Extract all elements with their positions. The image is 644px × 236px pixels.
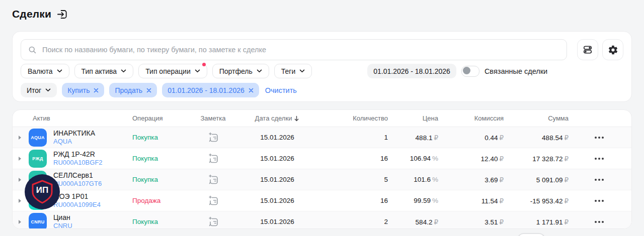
asset-name: ИНАРКТИКА [53, 129, 95, 138]
filter-operation-type[interactable]: Тип операции [138, 64, 207, 78]
display-options-button[interactable] [577, 39, 598, 60]
asset-ticker-link[interactable]: RU000A1099E4 [53, 201, 101, 209]
filters-panel: Валюта Тип актива Тип операции Портфел [12, 31, 632, 102]
add-note-button[interactable] [207, 216, 219, 228]
caret-right-icon [19, 178, 21, 182]
column-header-asset: Актив [29, 114, 121, 122]
table-row[interactable]: AQUA ИНАРКТИКА AQUA Покупка [13, 127, 631, 148]
clear-filters-link[interactable]: Очистить [265, 86, 297, 94]
asset-ticker-link[interactable]: RU000A107GT6 [53, 180, 102, 188]
row-menu-button[interactable] [592, 134, 607, 142]
price-unit: % [432, 176, 438, 183]
filter-tags[interactable]: Теги [274, 64, 312, 78]
expand-row-button[interactable] [18, 220, 29, 224]
deal-date: 15.01.2026 [237, 134, 317, 141]
operation-cell: Покупка [121, 134, 189, 141]
search-row [21, 39, 623, 60]
asset-cell: CNRU Циан CNRU [29, 213, 121, 229]
asset-text: Циан CNRU [53, 213, 72, 229]
deal-date: 15.01.2026 [237, 176, 317, 183]
add-note-button[interactable] [207, 195, 219, 207]
arrow-into-box-icon [56, 9, 68, 20]
filter-portfolio[interactable]: Портфель [212, 64, 269, 78]
price-cell: 106.94% [388, 155, 438, 162]
asset-name: Циан [53, 213, 72, 222]
remove-chip-icon[interactable] [94, 88, 99, 93]
price-value: 488.1 [416, 134, 433, 142]
expand-row-button[interactable] [18, 178, 29, 182]
total-value: 488.54 [542, 134, 562, 142]
chevron-down-icon [121, 69, 126, 73]
chip-label: Купить [67, 86, 90, 94]
asset-ticker-link[interactable]: AQUA [53, 138, 95, 146]
active-filter-badge [202, 63, 206, 66]
search-icon [28, 45, 37, 54]
asset-ticker-link[interactable]: RU000A10BGF2 [53, 159, 103, 167]
search-input[interactable] [41, 45, 560, 54]
note-cell [189, 132, 237, 144]
open-deals-button[interactable] [56, 9, 68, 20]
quantity-value: 1 [317, 134, 388, 141]
filter-asset-type[interactable]: Тип актива [74, 64, 134, 78]
table-row[interactable]: МОЭ 1Р01 RU000A1099E4 Продажа [13, 190, 631, 211]
operation-cell: Продажа [121, 197, 189, 204]
quantity-value: 5 [317, 176, 388, 183]
table-row[interactable]: CNRU Циан CNRU Покупка [13, 211, 631, 229]
linked-deals-toggle[interactable] [461, 66, 479, 77]
ip-shield-watermark: ИП [25, 174, 60, 209]
asset-text: РЖД 1Р-42R RU000A10BGF2 [53, 150, 103, 167]
quantity-value: 16 [317, 155, 388, 162]
column-header-date[interactable]: Дата сделки [237, 114, 317, 122]
asset-ticker-link[interactable]: CNRU [53, 222, 72, 229]
total-cell: 17 328.72₽ [504, 155, 572, 163]
deal-date: 15.01.2026 [237, 197, 317, 204]
chip-sell: Продать [109, 83, 157, 97]
add-note-icon [207, 216, 219, 228]
caret-right-icon [19, 136, 21, 140]
column-header-total: Сумма [504, 114, 572, 122]
actions-cell [572, 134, 626, 142]
price-unit: % [432, 197, 438, 204]
add-note-button[interactable] [207, 153, 219, 165]
row-menu-button[interactable] [592, 176, 607, 184]
expand-row-button[interactable] [18, 136, 29, 140]
asset-name: СЕЛЛСерв1 [53, 171, 102, 180]
remove-chip-icon[interactable] [249, 88, 254, 93]
column-header-quantity: Количество [317, 114, 388, 122]
chip-label: 01.01.2026 - 18.01.2026 [168, 86, 245, 94]
date-range-filter[interactable]: 01.01.2026 - 18.01.2026 [367, 64, 456, 78]
bottom-cutoff-button[interactable] [517, 233, 545, 236]
expand-row-button[interactable] [18, 157, 29, 161]
filter-label: Теги [281, 67, 295, 75]
page-title: Сделки [12, 8, 51, 20]
summary-label: Итог [27, 86, 41, 94]
add-note-button[interactable] [207, 132, 219, 144]
column-header-price: Цена [388, 114, 438, 122]
remove-chip-icon[interactable] [146, 88, 151, 93]
summary-dropdown[interactable]: Итог [21, 83, 57, 97]
add-note-button[interactable] [207, 174, 219, 186]
commission-unit: ₽ [499, 134, 504, 142]
chevron-down-icon [257, 69, 262, 73]
total-unit: ₽ [564, 218, 569, 226]
table-body: AQUA ИНАРКТИКА AQUA Покупка [13, 127, 631, 229]
price-value: 101.6 [414, 176, 431, 183]
commission-cell: 12.40₽ [438, 155, 504, 163]
table-row[interactable]: СЕЛЛСерв1 RU000A107GT6 Покупка [13, 169, 631, 190]
commission-unit: ₽ [499, 155, 504, 163]
commission-value: 3.69 [485, 176, 498, 184]
total-unit: ₽ [564, 197, 569, 205]
total-unit: ₽ [564, 134, 569, 142]
row-menu-button[interactable] [592, 197, 607, 205]
settings-button[interactable] [602, 39, 623, 60]
commission-unit: ₽ [499, 197, 504, 205]
deals-table: Актив Операция Заметка Дата сделки Колич… [12, 109, 632, 229]
commission-cell: 0.44₽ [438, 134, 504, 142]
commission-value: 11.54 [481, 197, 498, 205]
filter-currency[interactable]: Валюта [21, 64, 69, 78]
row-menu-button[interactable] [592, 155, 607, 163]
column-header-operation: Операция [121, 114, 189, 122]
asset-name: МОЭ 1Р01 [53, 192, 101, 201]
row-menu-button[interactable] [592, 218, 607, 226]
table-row[interactable]: РЖД РЖД 1Р-42R RU000A10BGF2 Покупка [13, 148, 631, 169]
